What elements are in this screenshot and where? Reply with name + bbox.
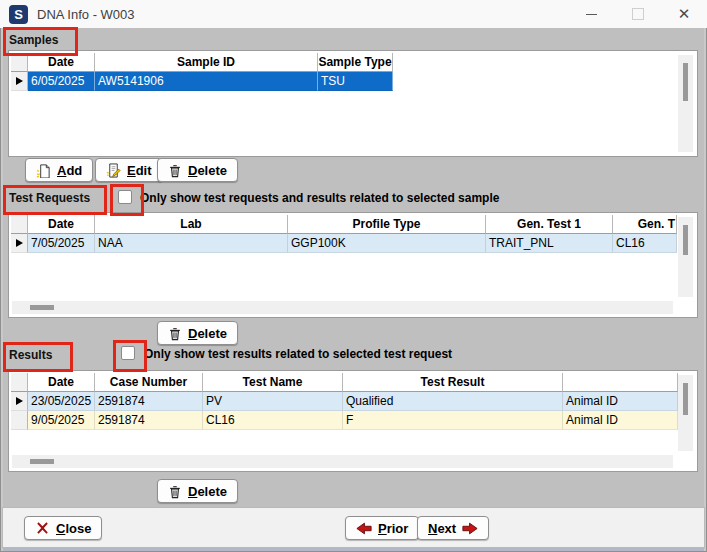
results-header-row: Date Case Number Test Name Test Result [11, 373, 678, 392]
trash-icon [168, 484, 182, 499]
vertical-scrollbar[interactable] [678, 55, 693, 152]
scrollbar-thumb[interactable] [683, 225, 688, 255]
test-requests-grid: Date Lab Profile Type Gen. Test 1 Gen. T… [8, 212, 698, 318]
cell-case-number[interactable]: 2591874 [95, 411, 203, 430]
only-show-test-requests-checkbox[interactable] [118, 190, 132, 204]
column-header-profile-type: Profile Type [288, 215, 486, 234]
row-indicator [11, 411, 28, 430]
edit-button[interactable]: Edit [95, 158, 163, 182]
column-header-blank [563, 373, 678, 392]
close-window-icon: ✕ [678, 5, 691, 23]
column-header-lab: Lab [95, 215, 288, 234]
arrow-right-icon [462, 522, 478, 535]
delete-button-samples[interactable]: Delete [157, 158, 238, 182]
maximize-button [622, 0, 654, 28]
row-indicator [11, 234, 28, 253]
cell-sample-type[interactable]: TSU [318, 72, 393, 91]
row-indicator-header [11, 215, 28, 234]
results-section-label: Results [9, 348, 52, 362]
add-icon [36, 163, 51, 178]
row-indicator [11, 392, 28, 411]
column-header-case-number: Case Number [95, 373, 203, 392]
cell-test-name[interactable]: CL16 [203, 411, 343, 430]
cell-test-type[interactable]: Animal ID [563, 392, 678, 411]
cell-test-result[interactable]: F [343, 411, 563, 430]
scrollbar-thumb[interactable] [30, 459, 54, 464]
close-x-icon [35, 521, 50, 535]
next-button[interactable]: Next [417, 516, 489, 540]
add-button[interactable]: Add [25, 158, 93, 182]
arrow-left-icon [356, 522, 372, 535]
cell-date[interactable]: 9/05/2025 [28, 411, 95, 430]
row-indicator [11, 72, 28, 91]
row-indicator-header [11, 53, 28, 72]
cell-lab[interactable]: NAA [95, 234, 288, 253]
samples-grid: Date Sample ID Sample Type 6/05/2025 AW5… [8, 50, 698, 157]
scrollbar-thumb[interactable] [30, 305, 54, 310]
only-show-test-results-checkbox[interactable] [121, 346, 135, 360]
prior-button[interactable]: Prior [345, 516, 419, 540]
close-button[interactable]: Close [24, 516, 102, 540]
column-header-sample-id: Sample ID [95, 53, 318, 72]
column-header-date: Date [28, 373, 95, 392]
delete-button-results[interactable]: Delete [157, 479, 238, 503]
trash-icon [168, 163, 182, 178]
column-header-date: Date [28, 53, 95, 72]
column-header-gen-test-1: Gen. Test 1 [486, 215, 613, 234]
table-row[interactable]: 6/05/2025 AW5141906 TSU [11, 72, 393, 91]
cell-test-result[interactable]: Qualified [343, 392, 563, 411]
test-requests-filter-label: Only show test requests and results rela… [140, 191, 499, 205]
trash-icon [168, 326, 182, 341]
cell-profile-type[interactable]: GGP100K [288, 234, 486, 253]
samples-header-row: Date Sample ID Sample Type [11, 53, 393, 72]
cell-sample-id[interactable]: AW5141906 [95, 72, 318, 91]
maximize-icon [632, 8, 644, 20]
test-requests-header-row: Date Lab Profile Type Gen. Test 1 Gen. T [11, 215, 677, 234]
horizontal-scrollbar[interactable] [12, 301, 673, 314]
row-indicator-icon [16, 397, 23, 405]
row-indicator-icon [16, 77, 23, 85]
minimize-button[interactable] [575, 0, 607, 28]
vertical-scrollbar[interactable] [678, 217, 693, 297]
column-header-test-result: Test Result [343, 373, 563, 392]
table-row[interactable]: 23/05/2025 2591874 PV Qualified Animal I… [11, 392, 678, 411]
close-window-button[interactable]: ✕ [664, 0, 704, 28]
cell-date[interactable]: 23/05/2025 [28, 392, 95, 411]
app-logo-icon: S [9, 5, 28, 24]
cell-date[interactable]: 7/05/2025 [28, 234, 95, 253]
results-filter-label: Only show test results related to select… [144, 347, 452, 361]
test-requests-section-label: Test Requests [9, 191, 90, 205]
cell-date[interactable]: 6/05/2025 [28, 72, 95, 91]
cell-gen-test-2[interactable]: CL16 [613, 234, 677, 253]
column-header-date: Date [28, 215, 95, 234]
row-indicator-header [11, 373, 28, 392]
column-header-sample-type: Sample Type [318, 53, 393, 72]
vertical-scrollbar[interactable] [678, 375, 693, 451]
table-row[interactable]: 9/05/2025 2591874 CL16 F Animal ID [11, 411, 678, 430]
column-header-test-name: Test Name [203, 373, 343, 392]
cell-gen-test-1[interactable]: TRAIT_PNL [486, 234, 613, 253]
delete-button-test-requests[interactable]: Delete [157, 321, 238, 345]
column-header-gen-test-2: Gen. T [613, 215, 677, 234]
dna-info-window: { "window": { "title": "DNA Info - W003"… [0, 0, 707, 552]
window-title: DNA Info - W003 [37, 7, 135, 22]
cell-test-name[interactable]: PV [203, 392, 343, 411]
results-grid: Date Case Number Test Name Test Result 2… [8, 370, 698, 472]
samples-section-label: Samples [9, 33, 58, 47]
cell-test-type[interactable]: Animal ID [563, 411, 678, 430]
scrollbar-thumb[interactable] [683, 63, 688, 101]
edit-icon [106, 163, 121, 178]
cell-case-number[interactable]: 2591874 [95, 392, 203, 411]
minimize-icon [586, 14, 597, 15]
scrollbar-thumb[interactable] [683, 383, 688, 415]
row-indicator-icon [16, 239, 23, 247]
table-row[interactable]: 7/05/2025 NAA GGP100K TRAIT_PNL CL16 [11, 234, 677, 253]
horizontal-scrollbar[interactable] [12, 455, 673, 468]
